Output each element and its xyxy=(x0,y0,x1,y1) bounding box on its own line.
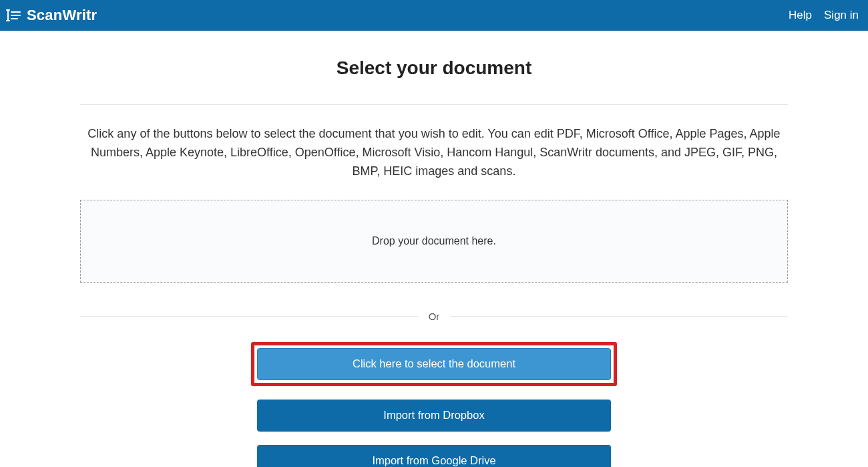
description-text: Click any of the buttons below to select… xyxy=(83,125,785,181)
header-right: Help Sign in xyxy=(789,9,859,22)
drop-zone[interactable]: Drop your document here. xyxy=(80,200,788,283)
divider xyxy=(80,104,788,105)
help-link[interactable]: Help xyxy=(789,9,812,22)
import-google-drive-button[interactable]: Import from Google Drive xyxy=(257,445,611,467)
drop-zone-label: Drop your document here. xyxy=(372,235,496,247)
brand[interactable]: ScanWritr xyxy=(5,7,97,24)
brand-name: ScanWritr xyxy=(27,7,97,24)
import-buttons: Click here to select the document Import… xyxy=(80,342,788,467)
or-label: Or xyxy=(429,311,440,322)
page-title: Select your document xyxy=(80,57,788,79)
signin-link[interactable]: Sign in xyxy=(824,9,859,22)
main-container: Select your document Click any of the bu… xyxy=(80,31,788,467)
import-dropbox-button[interactable]: Import from Dropbox xyxy=(257,400,611,432)
divider xyxy=(80,316,418,317)
select-document-button[interactable]: Click here to select the document xyxy=(257,348,611,380)
app-header: ScanWritr Help Sign in xyxy=(0,0,868,31)
app-logo-icon xyxy=(5,7,21,23)
highlight-frame: Click here to select the document xyxy=(251,342,617,386)
divider xyxy=(450,316,788,317)
or-separator: Or xyxy=(80,311,788,322)
